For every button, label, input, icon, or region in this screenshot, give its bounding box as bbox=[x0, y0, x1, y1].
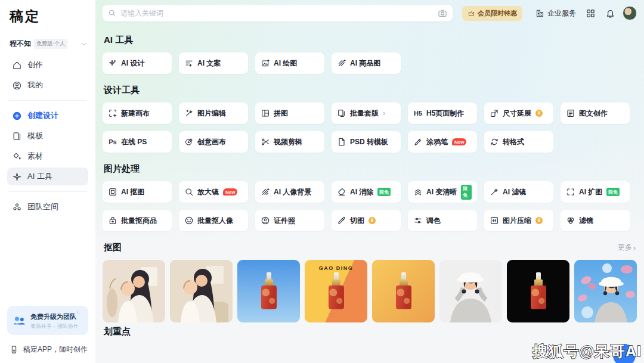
cutout-more-link[interactable]: 更多› bbox=[618, 243, 636, 253]
cutout-thumb-woman-sky-photo[interactable] bbox=[574, 260, 637, 322]
tool-card-label: 批量抠商品 bbox=[121, 216, 157, 226]
color-adjust-icon bbox=[413, 216, 423, 225]
free-badge: 限免 bbox=[606, 188, 620, 196]
search-input[interactable] bbox=[120, 9, 434, 17]
tool-card-label: 图片编辑 bbox=[197, 108, 226, 119]
section-title-ai-tools: AI 工具 bbox=[104, 35, 636, 46]
tool-card-psd-template[interactable]: PSD 转模板 bbox=[332, 131, 401, 153]
sidebar-item-assets[interactable]: 素材 bbox=[7, 147, 88, 165]
material-icon bbox=[12, 151, 22, 162]
new-canvas-icon bbox=[108, 108, 117, 118]
tool-card-collage[interactable]: 拼图 bbox=[255, 103, 324, 124]
tool-card-compress[interactable]: 图片压缩♛ bbox=[484, 210, 553, 231]
app-download-link[interactable]: 稿定APP，随时创作 bbox=[10, 345, 88, 355]
tool-card-slice[interactable]: 切图♛ bbox=[332, 210, 401, 231]
sidebar-item-create[interactable]: 创作 bbox=[7, 56, 88, 74]
tool-card-ai-clarify[interactable]: AI 变清晰限免 bbox=[408, 181, 477, 203]
account-switcher[interactable]: 程不知 免费版·个人 bbox=[10, 39, 88, 49]
tool-card-label: 拼图 bbox=[274, 108, 288, 119]
psd-icon bbox=[337, 137, 346, 147]
tool-card-creative-canvas[interactable]: 创意画布 bbox=[179, 131, 248, 153]
tool-card-online-ps[interactable]: Ps在线 PS bbox=[103, 131, 172, 153]
sidebar-item-ai-tools[interactable]: AI 工具 bbox=[7, 167, 88, 185]
upgrade-title: 免费升级为团队⁺˖ bbox=[30, 313, 80, 320]
tool-card-color-adjust[interactable]: 调色 bbox=[408, 210, 477, 231]
tool-card-ai-erase[interactable]: AI 消除限免 bbox=[332, 181, 401, 203]
notifications-bell-icon[interactable] bbox=[605, 8, 615, 18]
section-title-design-tools: 设计工具 bbox=[104, 85, 636, 96]
tool-card-portrait-bg[interactable]: AI 人像背景 bbox=[255, 181, 324, 203]
camera-search-icon[interactable] bbox=[438, 8, 447, 18]
tool-card-convert-format[interactable]: 转格式 bbox=[484, 131, 553, 153]
tool-card-label: 尺寸延展 bbox=[503, 108, 531, 119]
tool-card-ai-product[interactable]: AI 商品图 bbox=[332, 52, 401, 74]
cutout-thumb-woman-hat-photo[interactable] bbox=[439, 260, 502, 322]
cutout-thumb-mom-baby-photo-1[interactable] bbox=[103, 260, 165, 322]
vip-crown-badge: ♛ bbox=[535, 110, 543, 117]
team-upgrade-icon bbox=[12, 314, 26, 328]
watermark: 搜狐号@呆哥AI bbox=[533, 339, 642, 363]
cutout-thumb-serum-bottle-orange[interactable] bbox=[372, 260, 435, 322]
cutout-thumbnails: GAO DING bbox=[103, 260, 637, 322]
tool-card-label: AI 变清晰 bbox=[426, 187, 457, 197]
sidebar-item-new-design[interactable]: 创建设计 bbox=[7, 107, 88, 125]
convert-icon bbox=[490, 137, 499, 147]
apps-grid-icon[interactable] bbox=[586, 8, 596, 18]
upgrade-team-card[interactable]: 免费升级为团队⁺˖ 资源共享 · 团队协作 bbox=[7, 306, 88, 335]
tool-card-ai-cutout[interactable]: AI 抠图 bbox=[103, 181, 172, 203]
tool-card-batch-portrait[interactable]: 批量抠人像 bbox=[179, 210, 248, 231]
sidebar-divider bbox=[8, 191, 87, 192]
tool-card-id-photo[interactable]: 证件照 bbox=[255, 210, 324, 231]
slice-icon bbox=[337, 216, 346, 225]
compress-icon bbox=[490, 216, 499, 225]
enterprise-services-button[interactable]: 企业服务 bbox=[535, 8, 576, 18]
ai-cutout-icon bbox=[108, 187, 117, 197]
tool-card-ai-copy[interactable]: AI 文案 bbox=[179, 52, 248, 74]
vip-crown-badge: ♛ bbox=[369, 217, 376, 224]
sidebar-bottom: 免费升级为团队⁺˖ 资源共享 · 团队协作 稿定APP，随时创作 bbox=[7, 306, 88, 357]
tool-card-ai-filter[interactable]: AI 滤镜 bbox=[484, 181, 553, 203]
chevron-down-icon[interactable] bbox=[80, 40, 88, 48]
tool-card-magnifier[interactable]: 放大镜New bbox=[179, 181, 248, 203]
resize-icon bbox=[490, 108, 499, 118]
cutout-thumb-serum-bottle-black[interactable] bbox=[507, 260, 569, 322]
user-avatar[interactable] bbox=[623, 6, 637, 20]
tool-card-label: 图片压缩 bbox=[503, 216, 531, 226]
tool-card-batch-template[interactable]: 批量套版› bbox=[332, 103, 401, 124]
ai-filter-icon bbox=[490, 187, 499, 197]
sidebar-item-mine[interactable]: 我的 bbox=[7, 76, 88, 94]
product-bottle-image bbox=[327, 272, 345, 309]
tool-card-label: 批量套版 bbox=[350, 108, 379, 119]
crown-icon bbox=[467, 10, 475, 17]
tool-card-filter[interactable]: 滤镜 bbox=[561, 210, 630, 231]
phone-download-icon bbox=[10, 345, 18, 354]
tool-card-ai-design[interactable]: AI 设计 bbox=[103, 52, 172, 74]
tool-card-doodle-pen[interactable]: 涂鸦笔New bbox=[408, 131, 477, 153]
tool-card-label: H5页面制作 bbox=[426, 108, 464, 119]
tool-card-ai-draw[interactable]: AI 绘图 bbox=[255, 52, 324, 74]
batch-template-icon bbox=[337, 108, 346, 118]
chevron-right-icon: › bbox=[633, 244, 636, 252]
tool-card-h5-maker[interactable]: H5H5页面制作 bbox=[408, 103, 477, 124]
tool-card-video-edit[interactable]: 视频剪辑 bbox=[255, 131, 324, 153]
tool-card-resize-extend[interactable]: 尺寸延展♛ bbox=[484, 103, 553, 124]
tool-card-label: 调色 bbox=[426, 216, 441, 226]
tool-card-label: PSD 转模板 bbox=[350, 137, 388, 147]
search-icon bbox=[108, 9, 116, 17]
cutout-thumb-serum-bottle-blue[interactable] bbox=[237, 260, 300, 322]
sidebar-item-templates[interactable]: 模板 bbox=[7, 127, 88, 145]
tool-card-image-edit[interactable]: 图片编辑 bbox=[179, 103, 248, 124]
tool-card-label: 切图 bbox=[350, 216, 364, 226]
tool-card-new-canvas[interactable]: 新建画布 bbox=[103, 103, 172, 124]
membership-promo-button[interactable]: 会员限时特惠 bbox=[462, 6, 522, 21]
sidebar-item-team-space[interactable]: 团队空间 bbox=[7, 198, 88, 216]
tool-card-label: 转格式 bbox=[503, 137, 524, 147]
cutout-thumb-serum-bottle-brand[interactable]: GAO DING bbox=[305, 260, 367, 322]
cutout-thumb-mom-baby-photo-2[interactable] bbox=[170, 260, 233, 322]
tool-card-batch-product[interactable]: 批量抠商品 bbox=[103, 210, 172, 231]
tool-card-ai-expand[interactable]: AI 扩图限免 bbox=[561, 181, 630, 203]
tool-card-doc-create[interactable]: 图文创作 bbox=[561, 103, 630, 124]
vip-crown-badge: ♛ bbox=[535, 217, 543, 224]
sidebar-nav: 创作我的创建设计模板素材AI 工具团队空间 bbox=[7, 55, 88, 217]
watermark-text: 搜狐号@呆哥AI bbox=[533, 342, 642, 361]
